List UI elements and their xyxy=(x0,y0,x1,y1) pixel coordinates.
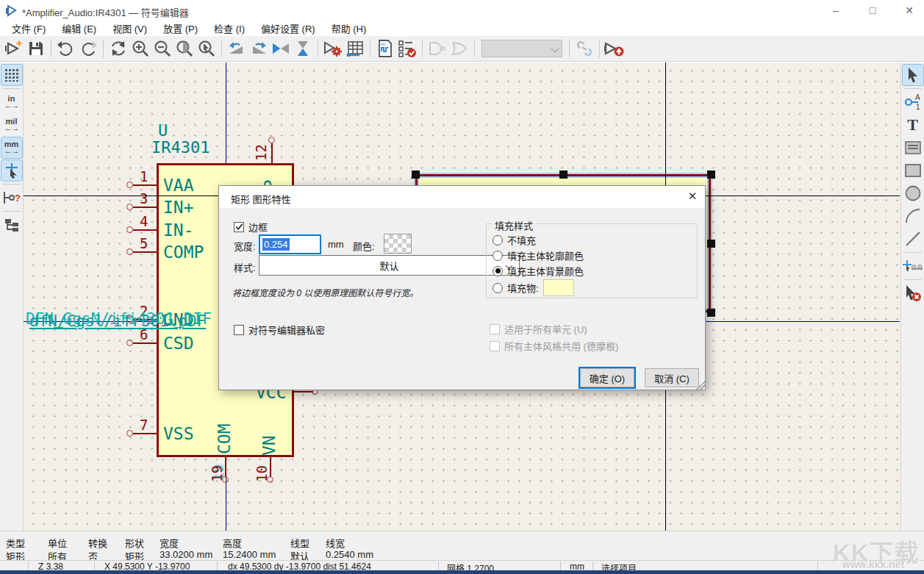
rectangle-tool-button[interactable] xyxy=(903,160,923,181)
pin-circle[interactable] xyxy=(126,204,133,210)
pin-line[interactable] xyxy=(133,184,157,186)
mirror-vertical-button[interactable] xyxy=(270,37,292,60)
zoom-selection-button[interactable] xyxy=(196,37,218,60)
menu-inspect[interactable]: 检查 (I) xyxy=(207,20,252,37)
private-checkbox[interactable] xyxy=(234,325,244,335)
symbol-value[interactable]: IR4301 xyxy=(151,138,209,157)
fill-none-radio[interactable] xyxy=(493,235,503,245)
menu-view[interactable]: 视图 (V) xyxy=(105,20,154,37)
units-inches-button[interactable]: in←→ xyxy=(1,92,22,112)
pin-line[interactable] xyxy=(133,433,157,434)
library-tree-toggle-button[interactable] xyxy=(1,215,22,235)
pin-line[interactable] xyxy=(271,143,273,163)
demorgan-alternate-button[interactable] xyxy=(448,37,470,60)
zoom-out-button[interactable] xyxy=(151,37,173,60)
pin-line[interactable] xyxy=(133,342,157,344)
menu-edit[interactable]: 编辑 (E) xyxy=(54,20,104,37)
units-mm-button[interactable]: mm←→ xyxy=(1,137,22,158)
text-tool-button[interactable]: T xyxy=(903,115,923,135)
pin-number: 7 xyxy=(140,417,148,433)
pin-circle[interactable] xyxy=(126,248,133,255)
left-toolbar: in←→ mil←→ mm←→ ? xyxy=(0,62,24,531)
zoom-in-button[interactable] xyxy=(129,37,151,60)
info-label: 宽度 xyxy=(160,536,179,550)
pin-line[interactable] xyxy=(294,391,313,392)
close-button[interactable]: ✕ xyxy=(898,3,920,18)
menu-help[interactable]: 帮助 (H) xyxy=(324,20,374,37)
resize-handle[interactable] xyxy=(707,240,715,248)
fill-background-color-radio[interactable] xyxy=(493,266,503,276)
pin-table-button[interactable] xyxy=(344,37,366,60)
fill-color-swatch[interactable] xyxy=(543,279,574,296)
unit-select-dropdown[interactable] xyxy=(481,40,562,57)
rotate-ccw-button[interactable] xyxy=(226,37,248,60)
erc-check-button[interactable] xyxy=(396,37,418,60)
mirror-horizontal-button[interactable] xyxy=(292,37,314,60)
dialog-resize-grip[interactable] xyxy=(696,381,705,390)
rotate-cw-button[interactable] xyxy=(248,37,270,60)
resize-handle[interactable] xyxy=(707,309,715,317)
menu-place[interactable]: 放置 (P) xyxy=(156,20,205,37)
pin-line[interactable] xyxy=(270,457,271,477)
dialog-close-icon[interactable]: ✕ xyxy=(683,190,702,204)
minimize-button[interactable]: – xyxy=(825,3,847,18)
crosshair-cursor-button[interactable] xyxy=(1,160,22,181)
fill-none-radio-row[interactable]: 不填充 xyxy=(493,233,536,247)
undo-button[interactable] xyxy=(55,37,77,60)
pin-circle[interactable] xyxy=(126,430,133,437)
pin-name: IN- xyxy=(163,220,194,240)
resize-handle[interactable] xyxy=(559,171,567,179)
resize-handle[interactable] xyxy=(412,171,420,179)
pin-circle[interactable] xyxy=(268,137,275,143)
fill-background-color-radio-row[interactable]: 填充主体背景颜色 xyxy=(493,264,584,278)
border-color-swatch[interactable] xyxy=(384,234,412,254)
fill-custom-radio-row[interactable]: 填充物: xyxy=(493,279,574,296)
pin-circle[interactable] xyxy=(126,182,133,188)
style-dropdown[interactable]: 默认 xyxy=(259,255,520,276)
pin-line[interactable] xyxy=(133,229,157,231)
pin-electrical-type-button[interactable]: ? xyxy=(1,187,22,208)
circle-tool-button[interactable] xyxy=(903,183,923,204)
pin-line[interactable] xyxy=(225,457,226,477)
pin-tool-button[interactable]: A1 xyxy=(903,92,923,112)
resize-handle[interactable] xyxy=(707,171,715,179)
pin-line[interactable] xyxy=(133,207,157,208)
border-checkbox-row[interactable]: 边框 xyxy=(234,220,268,234)
redo-button[interactable] xyxy=(77,37,99,60)
select-tool-button[interactable] xyxy=(903,65,923,85)
arc-tool-button[interactable] xyxy=(903,206,923,226)
pin-number: 4 xyxy=(140,213,148,229)
grid-toggle-button[interactable] xyxy=(1,65,22,85)
symbol-properties-button[interactable] xyxy=(322,37,344,60)
zoom-fit-button[interactable] xyxy=(173,37,196,60)
private-checkbox-row[interactable]: 对符号编辑器私密 xyxy=(234,323,325,337)
overlapping-field-text[interactable]: dfN/Cgsl/ifr301.pDF xyxy=(29,312,206,330)
menu-file[interactable]: 文件 (F) xyxy=(4,20,53,37)
border-checkbox[interactable] xyxy=(234,222,244,232)
save-button[interactable] xyxy=(25,37,47,60)
ok-button[interactable]: 确定 (O) xyxy=(580,368,634,387)
fill-custom-radio[interactable] xyxy=(493,283,503,293)
menu-preferences[interactable]: 偏好设置 (R) xyxy=(254,20,323,37)
export-symbol-button[interactable] xyxy=(604,37,626,60)
new-symbol-button[interactable] xyxy=(3,37,25,60)
fill-outline-color-radio[interactable] xyxy=(493,251,503,261)
demorgan-standard-button[interactable] xyxy=(426,37,448,60)
fill-outline-color-radio-row[interactable]: 填充主体轮廓颜色 xyxy=(493,248,584,262)
maximize-button[interactable]: □ xyxy=(862,3,884,18)
datasheet-button[interactable]: hn xyxy=(374,37,396,60)
delete-tool-button[interactable] xyxy=(903,283,923,304)
symbol-designator[interactable]: U xyxy=(158,121,168,140)
refresh-view-button[interactable] xyxy=(107,37,129,60)
anchor-tool-button[interactable]: (0,0) xyxy=(903,256,923,276)
sync-pins-button[interactable] xyxy=(573,37,595,60)
pin-circle[interactable] xyxy=(126,226,133,233)
pin-line[interactable] xyxy=(133,251,157,253)
pin-circle[interactable] xyxy=(126,340,133,346)
line-tool-button[interactable] xyxy=(903,229,923,249)
textbox-tool-button[interactable] xyxy=(903,137,923,158)
width-input[interactable]: 0.254 xyxy=(259,234,321,254)
cancel-button[interactable]: 取消 (C) xyxy=(645,368,699,387)
units-mils-button[interactable]: mil←→ xyxy=(1,115,22,135)
dialog-title-bar[interactable]: 矩形 图形特性 ✕ xyxy=(219,186,705,208)
